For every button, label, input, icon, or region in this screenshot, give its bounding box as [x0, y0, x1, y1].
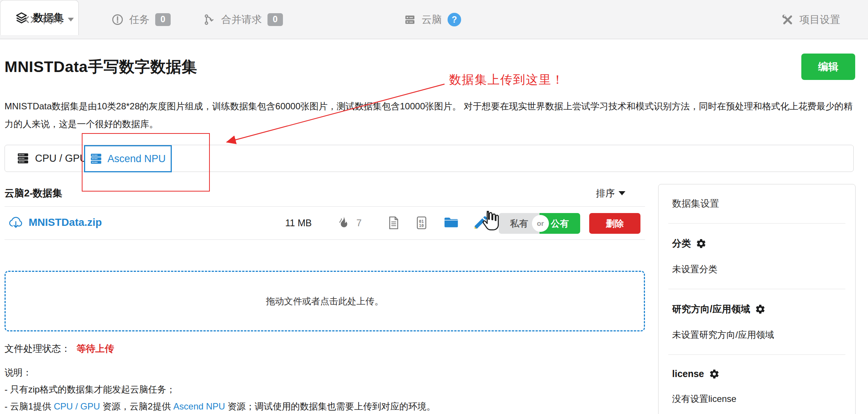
- divider: [668, 289, 845, 289]
- issues-count-badge: 0: [155, 13, 171, 26]
- divider: [668, 354, 845, 355]
- note-line-2-text: 资源；调试使用的数据集也需要上传到对应的环境。: [225, 401, 436, 411]
- file-status-line: 文件处理状态： 等待上传: [5, 342, 645, 355]
- dataset-file-panel: 云脑2-数据集 排序 MNISTData.zip 11 MB 7 0110 私有…: [5, 180, 645, 414]
- delete-button[interactable]: 删除: [589, 213, 640, 234]
- status-value: 等待上传: [76, 342, 114, 355]
- divider: [668, 223, 845, 224]
- cloudbrain-server-icon: [404, 14, 416, 26]
- ascend-npu-link[interactable]: Ascend NPU: [173, 401, 225, 411]
- nav-issues-label: 任务: [129, 13, 150, 26]
- research-value: 未设置研究方向/应用领域: [672, 329, 842, 341]
- top-navbar: 代码 任务 0 合并请求 0 数据集 云脑 ? 项目设置: [0, 0, 868, 39]
- research-label-row: 研究方向/应用领域: [672, 303, 842, 315]
- hot-count: 7: [356, 218, 362, 228]
- sort-label: 排序: [596, 187, 615, 199]
- sort-dropdown[interactable]: 排序: [596, 187, 625, 199]
- tab-ascend-npu-label: Ascend NPU: [107, 153, 166, 165]
- sidebar-title: 数据集设置: [672, 197, 842, 210]
- file-text-icon[interactable]: [388, 216, 399, 230]
- category-label-row: 分类: [672, 237, 842, 250]
- hand-cursor-icon: [480, 210, 500, 232]
- folder-icon[interactable]: [444, 216, 458, 228]
- tab-cpu-gpu[interactable]: CPU / GPU: [17, 145, 87, 172]
- nav-item-project-settings[interactable]: 项目设置: [781, 0, 840, 39]
- gear-icon[interactable]: [696, 238, 706, 249]
- note-line-2: - 云脑1提供 CPU / GPU 资源，云脑2提供 Ascend NPU 资源…: [5, 398, 645, 414]
- nav-cloudbrain-label: 云脑: [422, 13, 442, 26]
- file-row: MNISTData.zip 11 MB 7 0110 私有 or 公有 删除: [5, 206, 645, 240]
- research-label: 研究方向/应用领域: [672, 303, 750, 315]
- code-icon: [23, 14, 36, 25]
- sort-caret-icon: [619, 191, 625, 195]
- note-line-2-text: 资源，云脑2提供: [100, 401, 173, 411]
- page: 代码 任务 0 合并请求 0 数据集 云脑 ? 项目设置 MNISTDa: [0, 0, 868, 414]
- pulls-count-badge: 0: [267, 13, 283, 26]
- page-header: MNISTData手写数字数据集 编辑: [5, 53, 855, 81]
- ascend-server-icon: [90, 153, 102, 165]
- note-line-1: - 只有zip格式的数据集才能发起云脑任务；: [5, 381, 645, 398]
- page-title: MNISTData手写数字数据集: [5, 57, 197, 77]
- issues-icon: [112, 14, 124, 26]
- nav-item-issues[interactable]: 任务 0: [112, 0, 171, 39]
- file-size: 11 MB: [285, 218, 312, 228]
- cpu-gpu-server-icon: [17, 152, 29, 164]
- tab-cpu-gpu-label: CPU / GPU: [35, 153, 87, 164]
- status-label: 文件处理状态：: [5, 342, 70, 355]
- project-settings-icon: [781, 13, 794, 26]
- category-label: 分类: [672, 237, 691, 250]
- upload-dropzone[interactable]: 拖动文件或者点击此处上传。: [5, 271, 645, 331]
- notes-title: 说明：: [5, 364, 645, 381]
- notes-block: 说明： - 只有zip格式的数据集才能发起云脑任务； - 云脑1提供 CPU /…: [5, 364, 645, 414]
- category-value: 未设置分类: [672, 263, 842, 275]
- environment-tab-bar: CPU / GPU Ascend NPU: [5, 145, 854, 172]
- help-icon[interactable]: ?: [448, 13, 461, 26]
- visibility-toggle: 私有 or 公有: [499, 213, 580, 234]
- or-divider: or: [532, 215, 549, 232]
- cloud-download-icon: [8, 216, 23, 229]
- fire-icon: [338, 216, 349, 230]
- nav-item-cloudbrain[interactable]: 云脑 ?: [404, 0, 461, 39]
- section-title: 云脑2-数据集: [5, 187, 62, 200]
- nav-item-code[interactable]: 代码: [23, 0, 74, 39]
- edit-button[interactable]: 编辑: [801, 54, 855, 80]
- nav-pulls-label: 合并请求: [221, 13, 262, 26]
- caret-down-icon: [68, 18, 74, 21]
- merge-request-icon: [203, 14, 215, 26]
- cpu-gpu-link[interactable]: CPU / GPU: [54, 401, 100, 411]
- nav-code-label: 代码: [42, 13, 62, 26]
- gear-icon[interactable]: [709, 369, 720, 379]
- dataset-description: MNISTData数据集是由10类28*28的灰度图片组成，训练数据集包含600…: [5, 97, 854, 133]
- note-line-2-text: - 云脑1提供: [5, 401, 54, 411]
- file-name-link[interactable]: MNISTData.zip: [29, 216, 102, 228]
- svg-text:10: 10: [419, 223, 424, 228]
- license-label: license: [672, 368, 704, 379]
- license-value: 没有设置license: [672, 393, 842, 405]
- file-list-header: 云脑2-数据集 排序: [5, 180, 645, 206]
- binary-file-icon[interactable]: 0110: [416, 216, 427, 230]
- nav-item-pull-requests[interactable]: 合并请求 0: [203, 0, 283, 39]
- license-label-row: license: [672, 368, 842, 379]
- tab-ascend-npu-active[interactable]: Ascend NPU: [84, 145, 172, 172]
- gear-icon[interactable]: [755, 304, 766, 314]
- nav-settings-label: 项目设置: [799, 13, 840, 26]
- upload-hint: 拖动文件或者点击此处上传。: [266, 295, 384, 307]
- dataset-settings-card: 数据集设置 分类 未设置分类 研究方向/应用领域 未设置研究方向/应用领域 li…: [658, 184, 856, 414]
